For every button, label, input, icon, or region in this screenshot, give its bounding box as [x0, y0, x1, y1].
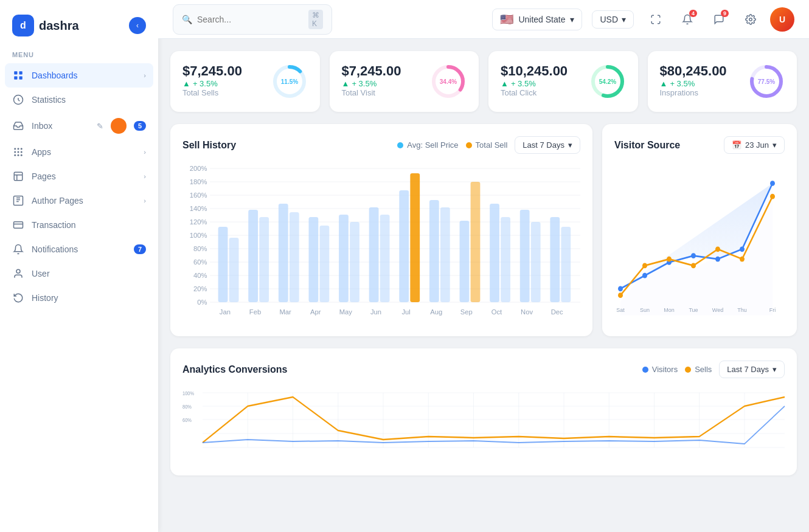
- trend-icon-click: ▲: [501, 79, 509, 88]
- messages-count-badge: 9: [721, 10, 729, 17]
- svg-point-98: [618, 292, 623, 298]
- svg-rect-64: [380, 215, 390, 302]
- calendar-icon: 📅: [732, 140, 741, 150]
- sidebar-toggle-button[interactable]: ‹: [129, 17, 146, 34]
- chevron-down-icon-currency: ▾: [622, 15, 626, 24]
- chevron-down-icon-sell: ▾: [568, 140, 572, 150]
- svg-rect-3: [19, 77, 23, 80]
- stat-card-click: $10,245.00 ▲ + 3.5% Total Click 54.2%: [488, 51, 638, 112]
- messages-button[interactable]: 9: [707, 7, 731, 32]
- visitor-date-filter[interactable]: 📅 23 Jun ▾: [724, 136, 785, 154]
- chart-header-sell-history: Sell History Avg: Sell Price Total Sell …: [182, 136, 580, 154]
- svg-rect-59: [308, 217, 318, 302]
- sidebar-item-notifications[interactable]: Notifications 7: [0, 237, 158, 261]
- analytics-header: Analytics Conversions Visitors Sells Las…: [182, 361, 785, 378]
- svg-rect-0: [14, 71, 17, 74]
- country-name: United State: [518, 15, 565, 24]
- search-icon: 🔍: [182, 15, 192, 24]
- stat-value-click: $10,245.00: [501, 63, 568, 79]
- stat-change-insprations: ▲ + 3.5%: [660, 79, 727, 88]
- svg-point-102: [715, 247, 720, 252]
- svg-rect-1: [19, 71, 23, 74]
- chevron-right-icon-apps: ›: [144, 148, 146, 156]
- svg-rect-61: [339, 215, 349, 302]
- logo-letter: d: [20, 20, 26, 31]
- svg-point-8: [14, 151, 16, 153]
- circle-progress-sells: 11.5%: [271, 63, 308, 100]
- sidebar-item-apps[interactable]: Apps ›: [0, 140, 158, 164]
- sidebar-item-label-dashboards: Dashboards: [32, 71, 136, 80]
- svg-point-17: [16, 269, 20, 273]
- chevron-down-icon: ▾: [570, 15, 574, 24]
- svg-rect-63: [369, 207, 379, 302]
- chevron-right-icon-pages: ›: [144, 173, 146, 180]
- svg-point-92: [642, 273, 647, 278]
- svg-rect-75: [550, 217, 560, 302]
- stat-value-visit: $7,245.00: [342, 63, 401, 79]
- svg-rect-67: [429, 200, 439, 302]
- legend-avg-price: Avg: Sell Price: [397, 140, 458, 150]
- svg-rect-68: [440, 207, 450, 302]
- sidebar: d dashra ‹ Menu Dashboards › Statistics …: [0, 0, 158, 532]
- svg-text:Apr: Apr: [310, 309, 321, 316]
- sidebar-item-label-notifications: Notifications: [32, 244, 127, 254]
- notifications-count-badge: 4: [689, 10, 697, 17]
- svg-point-7: [21, 148, 23, 150]
- analytics-chart: 100% 80% 60%: [182, 388, 785, 461]
- sidebar-item-transaction[interactable]: Transaction: [0, 213, 158, 237]
- legend-dot-avg: [397, 142, 403, 148]
- user-avatar[interactable]: U: [770, 7, 794, 32]
- expand-button[interactable]: [644, 7, 668, 32]
- charts-row: Sell History Avg: Sell Price Total Sell …: [170, 124, 797, 336]
- svg-text:60%: 60%: [193, 259, 207, 266]
- user-icon: [12, 268, 24, 280]
- svg-point-95: [715, 257, 720, 262]
- sell-history-filter[interactable]: Last 7 Days ▾: [515, 136, 580, 154]
- sidebar-item-statistics[interactable]: Statistics: [0, 88, 158, 112]
- analytics-filter[interactable]: Last 7 Days ▾: [719, 361, 785, 378]
- notifications-badge: 7: [134, 244, 146, 254]
- svg-text:Feb: Feb: [249, 309, 261, 316]
- sidebar-item-inbox[interactable]: Inbox ✎ 5: [0, 112, 158, 140]
- notifications-button[interactable]: 4: [675, 7, 700, 32]
- search-shortcut: ⌘ K: [308, 10, 323, 29]
- trend-icon-insprations: ▲: [660, 79, 668, 88]
- sidebar-item-history[interactable]: History: [0, 286, 158, 310]
- stat-change-visit: ▲ + 3.5%: [342, 79, 401, 88]
- svg-rect-62: [350, 222, 359, 302]
- chevron-right-icon-author: ›: [144, 197, 146, 204]
- settings-button[interactable]: [738, 7, 763, 32]
- svg-text:Tue: Tue: [689, 306, 698, 313]
- sidebar-item-author-pages[interactable]: Author Pages ›: [0, 188, 158, 213]
- content-area: $7,245.00 ▲ + 3.5% Total Sells 11.5%: [158, 39, 809, 532]
- country-selector[interactable]: 🇺🇸 United State ▾: [492, 9, 582, 30]
- sidebar-item-dashboards[interactable]: Dashboards ›: [5, 63, 153, 88]
- stat-label-visit: Total Visit: [342, 88, 401, 97]
- search-input[interactable]: [197, 15, 304, 24]
- svg-text:120%: 120%: [190, 219, 207, 226]
- currency-selector[interactable]: USD ▾: [592, 10, 634, 29]
- svg-text:0%: 0%: [197, 299, 207, 306]
- svg-text:Wed: Wed: [712, 306, 723, 313]
- svg-text:Fri: Fri: [769, 306, 776, 313]
- svg-text:60%: 60%: [182, 417, 192, 423]
- chevron-down-icon-analytics: ▾: [773, 365, 777, 374]
- svg-rect-74: [531, 222, 541, 302]
- sidebar-item-pages[interactable]: Pages ›: [0, 164, 158, 188]
- sidebar-item-user[interactable]: User: [0, 261, 158, 286]
- flag-icon: 🇺🇸: [500, 13, 513, 26]
- stat-card-sells: $7,245.00 ▲ + 3.5% Total Sells 11.5%: [170, 51, 320, 112]
- svg-rect-72: [501, 217, 510, 302]
- circle-progress-insprations: 77.5%: [748, 63, 785, 100]
- svg-text:40%: 40%: [193, 272, 207, 279]
- svg-point-99: [642, 263, 647, 269]
- svg-rect-65: [399, 190, 409, 302]
- stat-label-click: Total Click: [501, 88, 568, 97]
- svg-text:100%: 100%: [190, 232, 207, 239]
- analytics-conversions-card: Analytics Conversions Visitors Sells Las…: [170, 348, 797, 475]
- visitor-source-title: Visitor Source: [614, 140, 717, 151]
- svg-text:11.5%: 11.5%: [280, 78, 297, 85]
- circle-progress-visit: 34.4%: [430, 63, 467, 100]
- legend-visitors: Visitors: [642, 365, 678, 374]
- search-box[interactable]: 🔍 ⌘ K: [173, 4, 332, 35]
